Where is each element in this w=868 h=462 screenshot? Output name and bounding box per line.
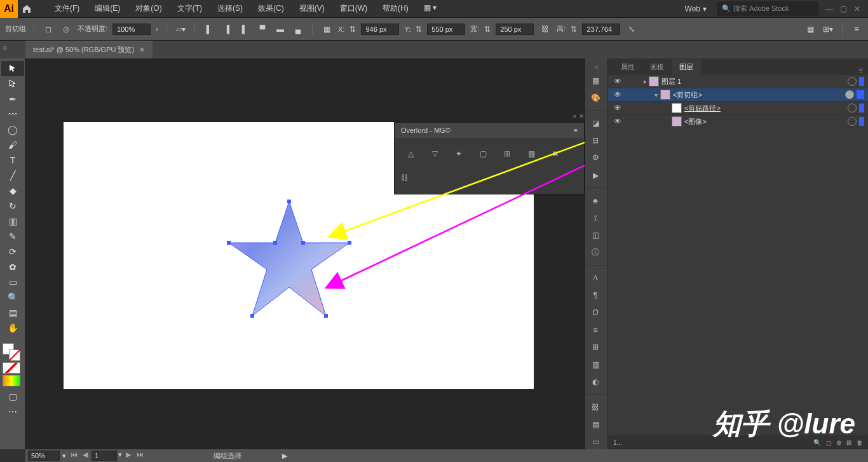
page-input[interactable] — [92, 451, 117, 461]
menu-type[interactable]: 文字(T) — [171, 1, 208, 17]
nav-first-icon[interactable]: ⏮ — [69, 451, 79, 461]
target-icon[interactable] — [848, 104, 857, 112]
asset-dock-icon[interactable]: ▤ — [585, 418, 606, 432]
menu-help[interactable]: 帮助(H) — [376, 1, 415, 17]
swatches-dock-icon[interactable]: ◪ — [585, 116, 606, 130]
menu-object[interactable]: 对象(O) — [129, 1, 168, 17]
overlord-grid-icon[interactable]: ▦ — [522, 144, 541, 163]
workspace-icon[interactable]: ▦ ▾ — [417, 1, 443, 17]
layer-row[interactable]: 👁▾<剪切组> — [608, 88, 868, 102]
info-dock-icon[interactable]: ⓘ — [585, 245, 606, 260]
dock-collapse-icon[interactable]: « — [585, 64, 607, 71]
artboard-tool[interactable]: ▭ — [1, 275, 24, 290]
tab-close-icon[interactable]: ✕ — [139, 46, 145, 54]
menu-effect[interactable]: 效果(C) — [252, 1, 290, 17]
overlord-add-icon[interactable]: ⊞ — [498, 144, 517, 163]
ellipse-tool[interactable]: ◯ — [1, 122, 24, 137]
visibility-icon[interactable]: 👁 — [608, 104, 627, 112]
symbols-dock-icon[interactable]: ♣ — [585, 193, 606, 208]
overlord-link-icon[interactable]: ⛓ — [401, 168, 578, 187]
tab-layers[interactable]: 图层 — [672, 59, 701, 75]
panel-collapse-icon[interactable]: « — [573, 112, 576, 119]
line-tool[interactable]: ╱ — [1, 168, 24, 183]
page-dropdown-icon[interactable]: ▾ — [118, 451, 122, 461]
properties-dock-icon[interactable]: ▦ — [585, 73, 606, 88]
canvas[interactable]: « ✕ Overlord - MG© ≡ △ ▽ ✦ ▢ ⊞ ▦ ✖ ⛓ — [25, 58, 585, 449]
visibility-icon[interactable]: 👁 — [608, 77, 627, 86]
panel-close-icon[interactable]: ✕ — [579, 112, 584, 119]
align-center-icon[interactable]: ▐ — [220, 23, 233, 36]
gradient-swatch[interactable] — [3, 375, 20, 386]
panel-menu-icon[interactable]: ≡ — [853, 66, 868, 75]
zoom-input[interactable] — [28, 451, 60, 461]
brushes-dock-icon[interactable]: ⟟ — [585, 210, 606, 225]
para-dock-icon[interactable]: ¶ — [585, 288, 606, 302]
direct-selection-tool[interactable] — [1, 76, 24, 92]
transparency-dock-icon[interactable]: ◐ — [585, 374, 606, 389]
y-input[interactable] — [427, 24, 465, 35]
target-icon[interactable]: ◎ — [60, 23, 72, 36]
visibility-icon[interactable]: 👁 — [608, 117, 627, 126]
align-top-icon[interactable]: ▀ — [256, 23, 269, 36]
screen-mode-tool[interactable]: ▢ — [1, 389, 24, 404]
zoom-dropdown-icon[interactable]: ▾ — [62, 452, 66, 460]
blend-tool[interactable]: ⟳ — [1, 244, 24, 259]
maximize-button[interactable]: ▢ — [837, 3, 849, 15]
menu-edit[interactable]: 编辑(E) — [88, 1, 126, 17]
symbol-tool[interactable]: ✿ — [1, 259, 24, 275]
grid-view-icon[interactable]: ▦ — [804, 23, 817, 36]
nav-next-icon[interactable]: ▶ — [123, 451, 133, 461]
tabbar-handle-icon[interactable]: » — [3, 43, 10, 51]
nav-last-icon[interactable]: ⏭ — [135, 451, 145, 461]
nav-prev-icon[interactable]: ◀ — [80, 451, 90, 461]
tab-properties[interactable]: 属性 — [613, 59, 642, 75]
zoom-tool[interactable]: 🔍 — [1, 290, 24, 305]
menu-view[interactable]: 视图(V) — [293, 1, 331, 17]
artboards-dock-icon[interactable]: ▭ — [585, 435, 606, 449]
panel-menu-icon[interactable]: ≡ — [574, 126, 578, 134]
overlord-cross-icon[interactable]: ✖ — [546, 144, 565, 163]
status-arrow-icon[interactable]: ▶ — [282, 452, 287, 460]
align-left-icon[interactable]: ▌ — [203, 23, 215, 36]
transform-dock-icon[interactable]: ⊞ — [585, 340, 606, 355]
hand-tool[interactable]: ✋ — [1, 320, 24, 336]
home-icon[interactable] — [18, 4, 36, 14]
arrange-icon[interactable]: ⊞▾ — [822, 23, 834, 36]
align-right-icon[interactable]: ▌ — [238, 23, 251, 36]
document-profile[interactable]: Web ▾ — [680, 2, 712, 16]
layer-name[interactable]: 图层 1 — [661, 77, 848, 86]
pen-tool[interactable]: ✒ — [1, 92, 24, 107]
fill-stroke-swatch[interactable] — [3, 343, 20, 361]
edit-toolbar[interactable]: ⋯ — [1, 404, 24, 419]
target-icon[interactable] — [848, 77, 857, 86]
rotate-tool[interactable]: ↻ — [1, 198, 24, 214]
opacity-arrow[interactable]: › — [156, 25, 158, 34]
tab-artboards[interactable]: 画板 — [642, 59, 672, 75]
appearance-dock-icon[interactable]: ◫ — [585, 228, 606, 243]
fill-mode-swatch[interactable] — [3, 362, 20, 374]
document-tab[interactable]: test.ai* @ 50% (RGB/GPU 预览) ✕ — [25, 41, 153, 58]
layer-name[interactable]: <剪切组> — [673, 90, 845, 100]
h-stepper[interactable]: ⇅ — [571, 25, 577, 34]
link-wh-icon[interactable]: ⛓ — [539, 23, 552, 36]
links-dock-icon[interactable]: ⛓ — [585, 400, 606, 414]
layer-row[interactable]: 👁<图像> — [608, 115, 868, 128]
w-stepper[interactable]: ⇅ — [484, 25, 491, 34]
x-stepper[interactable]: ⇅ — [349, 25, 356, 34]
bbox-icon[interactable]: ◻ — [42, 23, 55, 36]
curvature-tool[interactable]: 〰 — [1, 107, 24, 122]
overlord-push-icon[interactable]: △ — [401, 144, 420, 163]
gradient-tool[interactable]: ▥ — [1, 214, 24, 229]
eyedropper-tool[interactable]: ✎ — [1, 229, 24, 244]
layer-name[interactable]: <剪贴路径> — [684, 104, 848, 113]
shape-tool[interactable]: ◆ — [1, 183, 24, 198]
overlord-pull-icon[interactable]: ▽ — [425, 144, 444, 163]
close-button[interactable]: ✕ — [851, 3, 863, 15]
align-middle-icon[interactable]: ▬ — [274, 23, 287, 36]
w-input[interactable] — [496, 24, 534, 35]
visibility-icon[interactable]: 👁 — [608, 90, 627, 99]
overlord-anchor-icon[interactable]: ✦ — [449, 144, 468, 163]
target-icon[interactable] — [848, 117, 857, 126]
overlord-box-icon[interactable]: ▢ — [473, 144, 492, 163]
options-icon[interactable]: ≡ — [850, 23, 863, 36]
